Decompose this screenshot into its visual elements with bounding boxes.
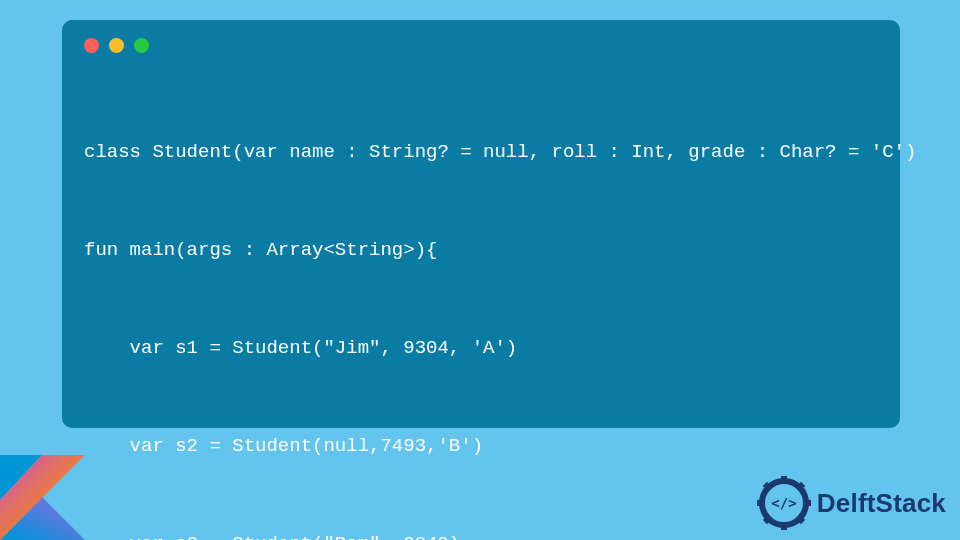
code-window: class Student(var name : String? = null,… — [62, 20, 900, 428]
svg-rect-4 — [781, 476, 787, 484]
code-line: class Student(var name : String? = null,… — [84, 136, 878, 169]
code-line: var s1 = Student("Jim", 9304, 'A') — [84, 332, 878, 365]
code-line: var s2 = Student(null,7493,'B') — [84, 430, 878, 463]
window-controls — [84, 38, 878, 53]
close-dot-icon — [84, 38, 99, 53]
svg-rect-5 — [781, 522, 787, 530]
svg-rect-7 — [803, 500, 811, 506]
svg-text:</>: </> — [771, 495, 796, 511]
svg-rect-6 — [757, 500, 765, 506]
kotlin-logo-icon — [0, 455, 85, 540]
maximize-dot-icon — [134, 38, 149, 53]
code-block: class Student(var name : String? = null,… — [84, 71, 878, 540]
brand: </> DelftStack — [757, 476, 946, 530]
gear-icon: </> — [757, 476, 811, 530]
brand-name: DelftStack — [817, 488, 946, 519]
minimize-dot-icon — [109, 38, 124, 53]
code-line: var s3 = Student("Pam", 2849) — [84, 528, 878, 540]
code-line: fun main(args : Array<String>){ — [84, 234, 878, 267]
